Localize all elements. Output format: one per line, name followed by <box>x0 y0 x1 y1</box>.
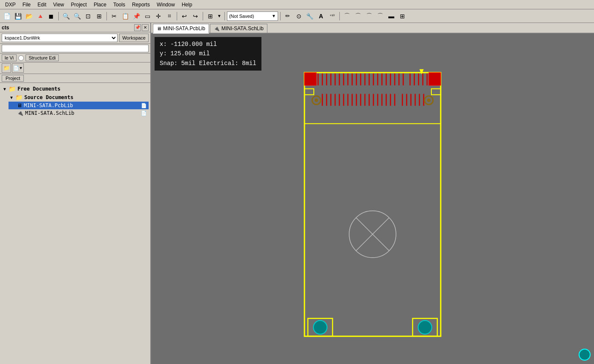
tab-pcblib-label: MINI-SATA.PcbLib <box>163 26 205 31</box>
panel-tab-structure[interactable]: Structure Edi <box>26 54 59 61</box>
tabs-bar: 🖥 MINI-SATA.PcbLib 🔌 MINI-SATA.SchLib <box>151 23 594 34</box>
tb-copy-btn[interactable]: 📋 <box>120 11 130 21</box>
workspace-select[interactable]: kspace1.DsnWrk <box>2 34 118 42</box>
menu-help[interactable]: Help <box>178 1 196 9</box>
tb-probe-btn[interactable]: 🔧 <box>305 11 315 21</box>
tb-arc4-btn[interactable]: ⌒ <box>375 11 385 21</box>
tb-sep1 <box>58 12 59 20</box>
tab-schlib-label: MINI-SATA.SchLib <box>221 26 264 31</box>
tb-print-btn[interactable]: 🔺 <box>35 11 45 21</box>
menu-view[interactable]: View <box>50 1 68 9</box>
pcb-canvas[interactable]: x: -1120.000 mil y: 125.000 mil Snap: 5m… <box>151 34 594 364</box>
tb-cross-btn[interactable]: ✛ <box>153 11 164 21</box>
menu-project[interactable]: Project <box>68 1 90 9</box>
tb-arc1-btn[interactable]: ⌒ <box>342 11 352 21</box>
tb-sep6 <box>280 12 281 20</box>
schlib-label: MINI-SATA.SchLib <box>25 110 75 116</box>
pcb-component-svg <box>300 68 445 340</box>
tb-text-btn[interactable]: A <box>316 11 326 21</box>
workspace-button[interactable]: Workspace <box>119 34 149 42</box>
menu-window[interactable]: Window <box>153 1 178 9</box>
pcblib-label: MINI-SATA.PcbLib <box>24 102 73 108</box>
tb-sep7 <box>339 12 340 20</box>
tb-not-saved-dropdown[interactable]: (Not Saved) ▼ <box>227 11 278 21</box>
free-docs-section: ▼ 📁 Free Documents ▼ 📁 Source Documents … <box>2 85 149 117</box>
menu-dxp[interactable]: DXP <box>2 1 19 9</box>
tb-undo-btn[interactable]: ↩ <box>179 11 189 21</box>
panel-folder-btn[interactable]: 📁 <box>2 63 11 73</box>
canvas-area: 🖥 MINI-SATA.PcbLib 🔌 MINI-SATA.SchLib x:… <box>151 23 594 364</box>
tb-layer-btn[interactable]: ◼ <box>46 11 56 21</box>
menu-tools[interactable]: Tools <box>110 1 129 9</box>
tree-item-pcblib[interactable]: 🖥 MINI-SATA.PcbLib 📄 <box>9 102 149 109</box>
tab-pcblib-icon: 🖥 <box>157 26 161 31</box>
tb-sep5 <box>224 12 225 20</box>
coord-x: x: -1120.000 mil <box>160 40 256 49</box>
tb-not-saved-arrow: ▼ <box>272 14 276 18</box>
tb-cut-btn[interactable]: ✂ <box>109 11 119 21</box>
tb-sep2 <box>106 12 107 20</box>
tb-zoom-in-btn[interactable]: 🔍 <box>61 11 71 21</box>
svg-rect-0 <box>304 72 441 336</box>
panel-btn-row: 📁 📄▼ <box>0 63 150 74</box>
project-button[interactable]: Project <box>2 75 24 82</box>
tb-rect-btn[interactable]: ▬ <box>386 11 396 21</box>
source-docs-label: Source Documents <box>24 94 74 100</box>
menu-file[interactable]: File <box>19 1 34 9</box>
tb-circle-btn[interactable]: ⊙ <box>294 11 304 21</box>
tree-expand2-icon: ▼ <box>9 95 14 100</box>
panel-radio[interactable] <box>18 55 24 61</box>
tb-redo-btn[interactable]: ↪ <box>190 11 201 21</box>
panel-tab-fileview[interactable]: le Vi <box>2 54 17 61</box>
tree-expand-icon: ▼ <box>3 87 7 91</box>
tab-pcblib[interactable]: 🖥 MINI-SATA.PcbLib <box>153 24 209 34</box>
tb-zoom-fit-btn[interactable]: ⊡ <box>83 11 93 21</box>
svg-rect-1 <box>304 72 441 123</box>
folder2-icon: 📁 <box>15 94 23 101</box>
svg-point-66 <box>421 323 429 331</box>
tab-schlib[interactable]: 🔌 MINI-SATA.SchLib <box>210 24 267 33</box>
tb-grid-arrow[interactable]: ▼ <box>216 14 222 18</box>
search-bar <box>0 44 150 54</box>
tb-sep4 <box>203 12 203 20</box>
tb-arc2-btn[interactable]: ⌒ <box>353 11 363 21</box>
tb-pencil-btn[interactable]: ✏ <box>283 11 293 21</box>
search-input[interactable] <box>2 45 149 52</box>
tb-paste-btn[interactable]: 📌 <box>131 11 141 21</box>
free-docs-label: Free Documents <box>17 86 60 92</box>
coord-y: y: 125.000 mil <box>160 49 256 58</box>
tb-select-btn[interactable]: ▭ <box>142 11 152 21</box>
menu-reports[interactable]: Reports <box>129 1 153 9</box>
tb-zoom-out-btn[interactable]: 🔍 <box>72 11 82 21</box>
panel-close-btn[interactable]: ✕ <box>142 24 149 31</box>
schlib-icon: 🔌 <box>17 110 23 116</box>
tb-coord-btn[interactable]: ⁺¹⁰ <box>327 11 337 21</box>
tb-zoom-area-btn[interactable]: ⊞ <box>94 11 104 21</box>
menu-place[interactable]: Place <box>90 1 110 9</box>
tb-save-btn[interactable]: 💾 <box>13 11 23 21</box>
tb-new-btn[interactable]: 📄 <box>2 11 12 21</box>
tree-item-schlib[interactable]: 🔌 MINI-SATA.SchLib 📄 <box>9 109 149 117</box>
tb-grid-btn[interactable]: ⊞ <box>205 11 215 21</box>
panel-pin-btn[interactable]: 📌 <box>134 24 141 31</box>
tb-arc3-btn[interactable]: ⌒ <box>364 11 374 21</box>
tb-sep3 <box>177 12 177 20</box>
panel-title: cts <box>2 25 9 31</box>
panel-tabs: le Vi Structure Edi <box>0 54 150 63</box>
pcblib-file-icon: 📄 <box>141 103 147 108</box>
free-docs-header: ▼ 📁 Free Documents <box>2 85 149 93</box>
panel-radio-input[interactable] <box>18 55 24 61</box>
tb-route-btn[interactable]: ⌗ <box>164 11 175 21</box>
source-docs-header: ▼ 📁 Source Documents <box>9 93 149 102</box>
svg-rect-2 <box>304 72 316 85</box>
svg-point-57 <box>427 98 430 102</box>
svg-point-55 <box>315 98 318 102</box>
panel-header: cts 📌 ✕ <box>0 23 150 32</box>
panel-new-dropdown[interactable]: 📄▼ <box>12 63 24 73</box>
menu-edit[interactable]: Edit <box>34 1 50 9</box>
tb-grid2-btn[interactable]: ⊞ <box>397 11 407 21</box>
panel-controls: 📌 ✕ <box>134 24 149 31</box>
menubar: DXP File Edit View Project Place Tools R… <box>0 0 594 9</box>
tb-open-btn[interactable]: 📂 <box>24 11 34 21</box>
source-docs-section: ▼ 📁 Source Documents 🖥 MINI-SATA.PcbLib … <box>2 93 149 117</box>
